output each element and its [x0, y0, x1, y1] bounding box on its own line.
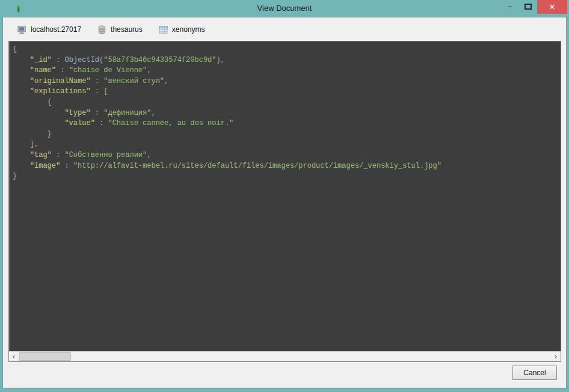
code-token: "венский стул"	[103, 77, 164, 85]
breadcrumb-database-label: thesaurus	[111, 25, 143, 34]
code-token: ,	[151, 109, 155, 117]
code-token: :	[91, 77, 104, 85]
code-token: "type"	[64, 109, 90, 117]
code-token: :	[95, 119, 108, 127]
code-token: ),	[216, 56, 224, 64]
code-line: "value" : "Chaise cannée, au dos noir."	[13, 118, 561, 129]
code-token: "explications"	[30, 87, 91, 96]
breadcrumb-collection-label: xenonyms	[172, 25, 205, 34]
minimize-button[interactable]: –	[501, 0, 519, 14]
code-token: :	[60, 162, 73, 170]
window-title: View Document	[0, 0, 569, 17]
code-line: "type" : "дефиниция",	[13, 108, 561, 119]
code-token	[13, 162, 30, 170]
json-code-view[interactable]: { "_id" : ObjectId("58a7f3b46c9433574f20…	[9, 41, 561, 351]
code-token: {	[48, 98, 52, 106]
code-token	[13, 56, 30, 64]
code-line: ],	[13, 139, 561, 150]
code-token: }	[48, 130, 52, 138]
code-line: }	[13, 171, 561, 182]
code-token: :	[91, 109, 104, 117]
code-line: {	[13, 97, 561, 108]
titlebar[interactable]: View Document – ✕	[0, 0, 569, 17]
dialog-content: localhost:27017 thesaurus	[2, 17, 567, 388]
code-token	[13, 98, 48, 106]
horizontal-scrollbar[interactable]: ‹ ›	[9, 351, 561, 361]
scrollbar-thumb[interactable]	[19, 352, 71, 361]
code-line: }	[13, 129, 561, 140]
server-icon	[17, 25, 26, 34]
code-line: "name" : "chaise de Vienne",	[13, 66, 561, 76]
maximize-button[interactable]	[519, 0, 537, 14]
close-button[interactable]: ✕	[537, 0, 567, 14]
code-token: "image"	[30, 162, 60, 170]
window-controls: – ✕	[501, 0, 567, 16]
cancel-button[interactable]: Cancel	[512, 366, 557, 380]
code-token	[13, 140, 30, 149]
code-token: [	[103, 87, 108, 96]
code-token	[13, 151, 30, 159]
breadcrumb-collection: xenonyms	[159, 25, 205, 34]
code-token: :	[52, 151, 65, 159]
breadcrumb-server-label: localhost:27017	[31, 25, 81, 34]
code-token: ,	[164, 77, 168, 85]
view-document-window: View Document – ✕ localhost:27017	[0, 0, 569, 392]
code-token: ObjectId	[64, 56, 99, 64]
code-line: "originalName" : "венский стул",	[13, 76, 561, 87]
code-token: :	[56, 66, 69, 75]
code-token	[13, 87, 30, 96]
code-token: :	[52, 56, 65, 64]
scroll-left-arrow[interactable]: ‹	[9, 352, 19, 361]
code-token: "58a7f3b46c9433574f20bc9d"	[103, 56, 216, 64]
database-icon	[97, 25, 106, 34]
code-line: "image" : "http://alfavit-mebel.ru/sites…	[13, 161, 561, 172]
breadcrumb-database: thesaurus	[97, 25, 143, 34]
maximize-icon	[524, 4, 532, 10]
code-token: "name"	[30, 66, 56, 75]
code-token: ,	[34, 140, 38, 149]
code-token	[13, 77, 30, 85]
document-editor[interactable]: { "_id" : ObjectId("58a7f3b46c9433574f20…	[8, 41, 561, 362]
code-token: "chaise de Vienne"	[69, 66, 147, 75]
code-token: "_id"	[30, 56, 52, 64]
code-token	[13, 66, 30, 75]
code-token: ,	[147, 151, 151, 159]
code-token	[13, 130, 48, 138]
code-token: "originalName"	[30, 77, 91, 85]
code-token: }	[13, 172, 17, 180]
breadcrumb-server: localhost:27017	[17, 25, 81, 34]
code-token	[13, 109, 64, 117]
code-line: "_id" : ObjectId("58a7f3b46c9433574f20bc…	[13, 55, 561, 66]
code-line: "explications" : [	[13, 87, 561, 97]
code-token: {	[13, 45, 17, 54]
code-token: "дефиниция"	[103, 109, 151, 117]
code-token: "Chaise cannée, au dos noir."	[108, 119, 233, 127]
collection-icon	[159, 25, 168, 34]
code-line: {	[13, 44, 561, 55]
breadcrumb: localhost:27017 thesaurus	[17, 23, 205, 36]
code-token: "http://alfavit-mebel.ru/sites/default/f…	[73, 162, 441, 170]
code-token	[13, 119, 64, 127]
scroll-right-arrow[interactable]: ›	[551, 352, 561, 361]
code-token: "tag"	[30, 151, 52, 159]
code-token: ,	[147, 66, 151, 75]
code-token: ]	[30, 140, 34, 149]
code-token: :	[91, 87, 104, 96]
code-token: "Собственно реалии"	[64, 151, 147, 159]
code-line: "tag" : "Собственно реалии",	[13, 150, 561, 161]
code-token: "value"	[64, 119, 94, 127]
